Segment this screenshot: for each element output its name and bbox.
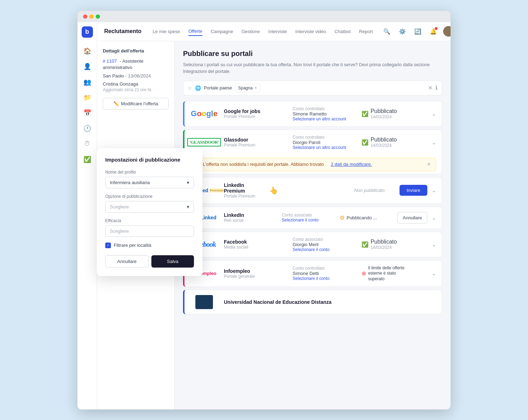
browser-dot-yellow[interactable] bbox=[89, 14, 94, 19]
nav-gestione[interactable]: Gestione bbox=[241, 27, 260, 36]
filter-checkbox-label: Filtrare per località bbox=[114, 243, 151, 248]
sidebar-icon-person[interactable]: 👤 bbox=[81, 60, 94, 73]
warning-text: L'offerta non soddisfa i requisiti del p… bbox=[203, 162, 324, 167]
search-icon[interactable]: 🔍 bbox=[381, 26, 392, 37]
filter-checkbox[interactable]: ✓ bbox=[105, 243, 111, 248]
filter-close-icon[interactable]: ✕ bbox=[428, 84, 433, 91]
portal-card-main-facebook: facebook Facebook Media sociali Conto as… bbox=[184, 232, 442, 257]
notification-dot bbox=[435, 27, 438, 30]
user-avatar[interactable] bbox=[443, 26, 451, 37]
glassdoor-logo: 'GLASSDOOR' bbox=[187, 138, 221, 146]
google-portal-info: Google for jobs Portale Premium bbox=[224, 108, 287, 119]
sidebar-logo[interactable]: b bbox=[82, 26, 93, 38]
glassdoor-account-link[interactable]: Selezionare un altro account bbox=[293, 145, 356, 150]
filter-actions: ✕ ℹ bbox=[428, 84, 438, 91]
glassdoor-status: ✅ Pubblicato 14/03/2024 bbox=[362, 137, 425, 148]
google-status-text: Pubblicato bbox=[371, 108, 397, 114]
facebook-account-link[interactable]: Selezionare il conto bbox=[293, 247, 356, 252]
facebook-portal-type: Media sociali bbox=[224, 245, 287, 250]
modal-cancel-button[interactable]: Annullare bbox=[105, 255, 149, 268]
modal-save-button[interactable]: Salva bbox=[151, 255, 194, 268]
profile-select[interactable]: Infermiera ausiliaria ▾ bbox=[105, 177, 194, 188]
infoempleo-portal-info: Infoempleo Portale generale bbox=[224, 268, 287, 279]
infoempleo-account-link[interactable]: Selezionare il conto bbox=[293, 276, 356, 281]
nav-interviste-video[interactable]: Interviste video bbox=[295, 27, 326, 36]
nav-campagne[interactable]: Campagne bbox=[211, 27, 233, 36]
google-check-icon: ✅ bbox=[362, 111, 369, 117]
filter-info-icon[interactable]: ℹ bbox=[435, 84, 438, 91]
globe-icon: 🌐 bbox=[195, 85, 201, 91]
offer-id[interactable]: # 1107 bbox=[103, 58, 117, 64]
google-account-link[interactable]: Selezionare un altro account bbox=[293, 117, 356, 121]
sidebar-icon-people[interactable]: 👥 bbox=[81, 76, 94, 88]
facebook-status: ✅ Pubblicato 14/03/2024 bbox=[362, 239, 425, 250]
glassdoor-portal-name: Glassdoor bbox=[224, 137, 287, 143]
google-portal-type: Portale Premium bbox=[224, 114, 287, 119]
linkedin-premium-actions: Inviare ⌄ bbox=[400, 185, 436, 196]
sidebar-icon-home[interactable]: 🏠 bbox=[81, 45, 94, 57]
notifications-icon[interactable]: 🔔 bbox=[428, 26, 439, 37]
linkedin-premium-status-text: Non pubblicato bbox=[354, 188, 385, 193]
infoempleo-expand-icon[interactable]: ⌄ bbox=[432, 270, 436, 277]
linkedin-account: Conto associato Selezionare il conto bbox=[282, 213, 334, 222]
linkedin-account-link[interactable]: Selezionare il conto bbox=[282, 218, 334, 222]
facebook-account-label: Conto associato bbox=[293, 237, 356, 242]
facebook-expand-icon[interactable]: ⌄ bbox=[432, 241, 436, 248]
infoempleo-error-icon: ⊗ bbox=[362, 270, 366, 277]
glassdoor-portal-type: Portale Premium bbox=[224, 143, 287, 148]
warning-banner: ⚠ L'offerta non soddisfa i requisiti del… bbox=[190, 158, 436, 171]
nav-le-mie-spese[interactable]: Le mie spese bbox=[153, 27, 180, 36]
glassdoor-status-date: 14/03/2024 bbox=[371, 143, 397, 148]
refresh-icon[interactable]: 🔄 bbox=[412, 26, 423, 37]
glassdoor-portal-info: Glassdoor Portale Premium bbox=[224, 137, 287, 148]
browser-dot-red[interactable] bbox=[83, 14, 87, 19]
linkedin-premium-badge: Premium bbox=[209, 188, 225, 193]
edit-offer-button[interactable]: ✏️ Modificare l'offerta bbox=[103, 98, 169, 109]
filter-portale-paese: Portale paese bbox=[204, 85, 232, 90]
offer-updated: Aggiornato circa 21 ore fa bbox=[103, 87, 169, 92]
facebook-account-name: Giorgio Merli bbox=[293, 242, 356, 247]
glassdoor-expand-icon[interactable]: ⌄ bbox=[432, 139, 436, 146]
sidebar-icon-check[interactable]: ✅ bbox=[81, 153, 94, 166]
browser-dot-green[interactable] bbox=[96, 14, 100, 19]
google-actions: ⌄ bbox=[430, 111, 436, 117]
sidebar-icon-calendar[interactable]: 📅 bbox=[81, 107, 94, 119]
linkedin-premium-expand-icon[interactable]: ⌄ bbox=[432, 187, 436, 194]
portal-card-main-linkedin-premium: in Linked Premium LinkedIn Premium Porta… bbox=[184, 177, 442, 203]
efficacia-input[interactable]: Scegliere bbox=[105, 225, 194, 237]
right-panel: Pubblicare su portali Seleziona i portal… bbox=[175, 41, 451, 409]
nav-chatbot[interactable]: Chatbot bbox=[334, 27, 351, 36]
sidebar-icon-clock2[interactable]: ⏱ bbox=[81, 138, 94, 150]
glassdoor-actions: ⌄ bbox=[430, 139, 436, 146]
filter-tag-close-icon[interactable]: ✕ bbox=[254, 86, 257, 90]
nav-report[interactable]: Report bbox=[359, 27, 373, 36]
sidebar-icon-clock[interactable]: 🕐 bbox=[81, 122, 94, 135]
warning-link[interactable]: 2 dati da modificare. bbox=[331, 162, 372, 167]
linkedin-expand-icon[interactable]: ⌄ bbox=[432, 214, 436, 221]
google-logo-container: Google bbox=[190, 109, 218, 118]
settings-icon[interactable]: ⚙️ bbox=[397, 26, 408, 37]
efficacia-label: Efficacia bbox=[105, 218, 194, 223]
cancel-button-linkedin[interactable]: Annullare bbox=[397, 212, 427, 224]
nav-interviste[interactable]: Interviste bbox=[268, 27, 287, 36]
sidebar-icon-folder[interactable]: 📁 bbox=[81, 91, 94, 104]
hand-cursor-icon: 👆 bbox=[269, 187, 278, 194]
portal-card-main-google: Google Google for jobs Portale Premium C… bbox=[184, 101, 442, 126]
publish-option-select[interactable]: Scegliere ▾ bbox=[105, 201, 194, 213]
warning-close-icon[interactable]: ✕ bbox=[427, 162, 431, 167]
nav-offerte[interactable]: Offerte bbox=[188, 27, 202, 36]
infoempleo-actions: ⌄ bbox=[430, 270, 436, 277]
filter-tag-spagna[interactable]: Spagna ✕ bbox=[235, 84, 260, 92]
star-icon: ☆ bbox=[188, 85, 192, 91]
google-portal-name: Google for jobs bbox=[224, 108, 287, 114]
google-expand-icon[interactable]: ⌄ bbox=[432, 111, 436, 117]
glassdoor-published: Pubblicato 14/03/2024 bbox=[371, 137, 397, 148]
linkedin-status-text: Pubblicando ... bbox=[347, 215, 377, 220]
linkedin-premium-portal-name: LinkedIn Premium bbox=[224, 182, 264, 194]
edit-icon: ✏️ bbox=[113, 101, 119, 106]
portal-card-main-linkedin: in Linked LinkedIn Reti social Conto as bbox=[184, 207, 442, 228]
send-button-linkedin-premium[interactable]: Inviare bbox=[400, 185, 427, 196]
google-account: Conto controllato Simone Rametto Selezio… bbox=[293, 106, 356, 121]
portal-card-linkedin: in Linked LinkedIn Reti social Conto as bbox=[183, 207, 442, 229]
modal-actions: Annullare Salva bbox=[105, 255, 194, 268]
